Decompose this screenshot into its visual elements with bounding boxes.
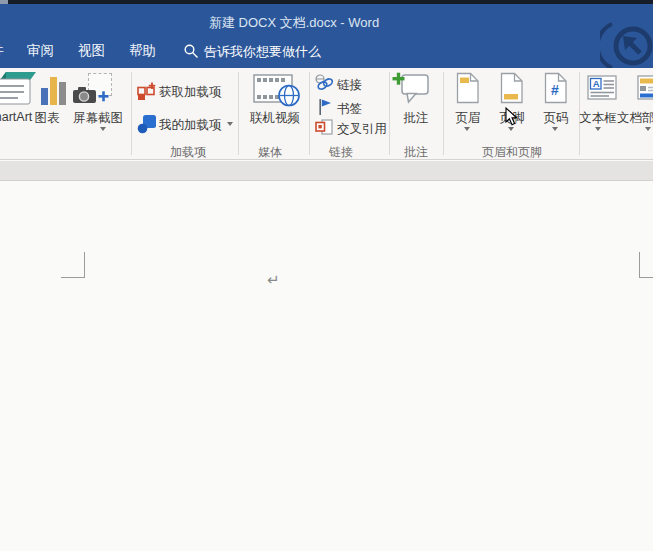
margin-crop-mark-left xyxy=(61,252,85,278)
quick-parts-dropdown-arrow-icon[interactable] xyxy=(645,127,651,131)
page-number-icon[interactable]: # xyxy=(544,72,568,104)
link-icon[interactable] xyxy=(315,74,334,91)
comment-button[interactable]: 批注 xyxy=(403,110,429,127)
document-background-strip xyxy=(0,161,653,181)
group-label-addins: 加载项 xyxy=(168,144,208,161)
page-number-dropdown-arrow-icon[interactable] xyxy=(552,127,558,131)
svg-text:#: # xyxy=(551,82,559,98)
header-icon[interactable] xyxy=(456,72,480,104)
header-button[interactable]: 页眉 xyxy=(454,110,482,127)
chart-button[interactable]: 图表 xyxy=(33,110,61,127)
chart-icon[interactable] xyxy=(41,77,67,105)
quick-parts-button[interactable]: 文档部件 xyxy=(617,110,653,127)
my-addins-dropdown-arrow-icon[interactable] xyxy=(227,122,233,126)
mouse-cursor-icon xyxy=(505,107,519,127)
tab-view[interactable]: 视图 xyxy=(78,40,105,62)
cross-reference-icon[interactable] xyxy=(315,119,334,136)
text-box-dropdown-arrow-icon[interactable] xyxy=(595,127,601,131)
search-icon[interactable] xyxy=(184,44,199,59)
recorder-watermark-icon xyxy=(600,10,653,70)
page-number-button[interactable]: 页码 xyxy=(542,110,570,127)
screenshot-dropdown-arrow-icon[interactable] xyxy=(100,127,106,131)
group-divider xyxy=(389,72,390,155)
new-comment-icon[interactable] xyxy=(392,70,432,108)
group-label-comments: 批注 xyxy=(403,144,429,161)
header-dropdown-arrow-icon[interactable] xyxy=(464,127,470,131)
svg-text:A: A xyxy=(593,78,600,89)
window-title: 新建 DOCX 文档.docx - Word xyxy=(209,14,379,32)
online-video-button[interactable]: 联机视频 xyxy=(249,110,301,127)
group-divider xyxy=(238,72,239,155)
footer-dropdown-arrow-icon[interactable] xyxy=(508,127,514,131)
cross-reference-button[interactable]: 交叉引用 xyxy=(337,121,387,138)
tab-review[interactable]: 审阅 xyxy=(27,40,54,62)
group-divider xyxy=(443,72,444,155)
bookmark-button[interactable]: 书签 xyxy=(337,101,362,118)
group-label-media: 媒体 xyxy=(256,144,284,161)
text-box-icon[interactable]: A xyxy=(587,75,618,101)
get-addins-icon[interactable] xyxy=(137,82,157,101)
group-divider xyxy=(131,72,132,155)
tab-mailings-clipped[interactable]: 邮件 xyxy=(0,40,4,62)
camera-icon[interactable] xyxy=(73,86,109,105)
my-addins-icon[interactable] xyxy=(137,114,157,134)
my-addins-button[interactable]: 我的加载项 xyxy=(159,117,222,134)
text-box-button[interactable]: 文本框 xyxy=(578,110,618,127)
link-button[interactable]: 链接 xyxy=(337,77,362,94)
get-addins-button[interactable]: 获取加载项 xyxy=(159,84,222,101)
group-label-links: 链接 xyxy=(327,144,355,161)
online-video-icon[interactable] xyxy=(253,74,301,107)
paragraph-mark: ↵ xyxy=(267,271,280,289)
tab-help[interactable]: 帮助 xyxy=(129,40,156,62)
group-label-header-footer: 页眉和页脚 xyxy=(477,144,547,161)
document-page[interactable] xyxy=(0,182,653,551)
quick-parts-icon[interactable] xyxy=(637,75,653,101)
margin-crop-mark-right xyxy=(639,252,653,278)
footer-icon[interactable] xyxy=(500,72,524,104)
smartart-icon[interactable] xyxy=(0,70,38,106)
bookmark-icon[interactable] xyxy=(318,98,333,116)
word-window: 新建 DOCX 文档.docx - Word 邮件 审阅 视图 帮助 告诉我你想… xyxy=(0,0,653,551)
screenshot-button[interactable]: 屏幕截图 xyxy=(70,110,126,127)
group-divider xyxy=(309,72,310,155)
smartart-button[interactable]: SmartArt xyxy=(0,110,32,124)
tell-me-search-input[interactable]: 告诉我你想要做什么 xyxy=(204,43,321,61)
